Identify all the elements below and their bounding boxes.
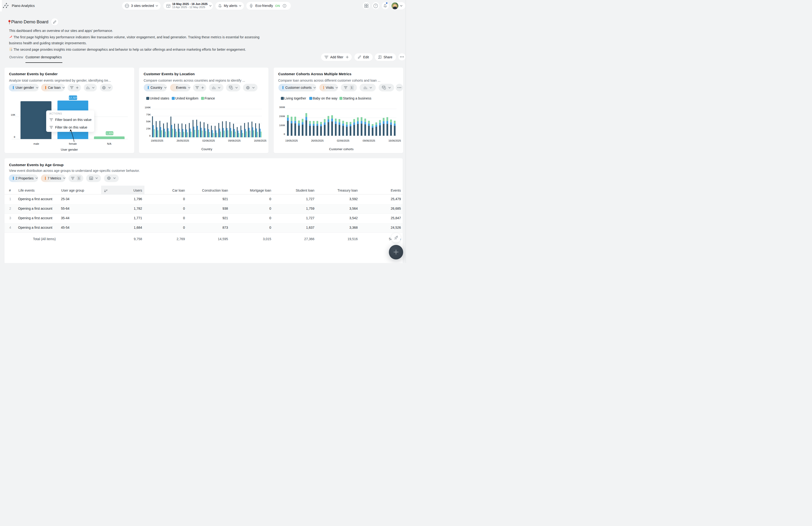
svg-text:26/05/2025: 26/05/2025 — [311, 139, 324, 142]
svg-text:?: ? — [375, 4, 377, 7]
svg-text:26/05/2025: 26/05/2025 — [177, 139, 189, 142]
svg-text:0: 0 — [149, 134, 151, 137]
svg-text:17,727: 17,727 — [69, 97, 77, 99]
svg-text:User gender: User gender — [61, 148, 78, 151]
svg-text:United kingdom: United kingdom — [175, 97, 199, 100]
svg-text:Baby on the way: Baby on the way — [313, 97, 337, 100]
svg-text:Customer cohorts: Customer cohorts — [329, 147, 353, 151]
svg-text:100K: 100K — [279, 124, 285, 127]
svg-text:02/06/2025: 02/06/2025 — [337, 139, 349, 142]
svg-text:0: 0 — [14, 136, 15, 138]
svg-text:16/06/2025: 16/06/2025 — [254, 139, 266, 142]
svg-text:N/A: N/A — [107, 142, 111, 145]
svg-text:0: 0 — [284, 133, 285, 136]
svg-text:19/05/2025: 19/05/2025 — [285, 139, 298, 142]
svg-text:Country: Country — [201, 147, 212, 151]
svg-text:100K: 100K — [145, 106, 151, 109]
svg-text:200K: 200K — [279, 115, 285, 118]
svg-text:United states: United states — [150, 97, 170, 100]
svg-text:19/05/2025: 19/05/2025 — [151, 139, 163, 142]
svg-text:75K: 75K — [146, 113, 151, 116]
svg-text:1,329: 1,329 — [106, 132, 113, 135]
svg-text:16/06/2025: 16/06/2025 — [388, 139, 401, 142]
svg-text:09/06/2025: 09/06/2025 — [362, 139, 375, 142]
svg-text:02/06/2025: 02/06/2025 — [202, 139, 215, 142]
svg-text:300K: 300K — [279, 106, 285, 109]
svg-text:Starting a business: Starting a business — [343, 97, 371, 100]
svg-text:09/06/2025: 09/06/2025 — [228, 139, 241, 142]
svg-text:50K: 50K — [146, 120, 151, 123]
svg-text:25K: 25K — [146, 127, 151, 130]
svg-text:Living together: Living together — [284, 97, 306, 100]
svg-text:male: male — [33, 142, 39, 145]
svg-text:10K: 10K — [11, 114, 15, 116]
svg-text:France: France — [205, 97, 215, 100]
